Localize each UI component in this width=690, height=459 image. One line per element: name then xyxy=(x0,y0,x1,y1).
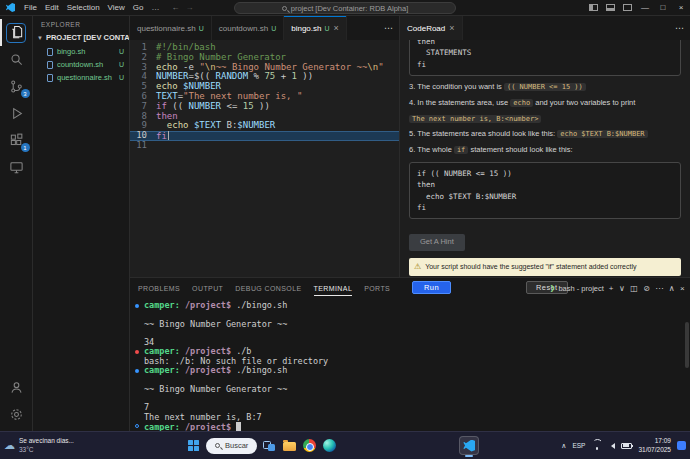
command-center[interactable]: project [Dev Container: RDB Alpha] xyxy=(234,2,456,14)
terminal-icon: ❯ xyxy=(550,284,556,292)
panel-tab-debug-console[interactable]: DEBUG CONSOLE xyxy=(235,281,301,296)
close-button[interactable]: × xyxy=(672,0,690,16)
terminal[interactable]: camper: /project$ ./bingo.sh~~ Bingo Num… xyxy=(130,298,690,431)
menu-file[interactable]: File xyxy=(20,3,41,12)
terminal-line: The next number is, B:7 xyxy=(144,413,682,422)
tray-expand-icon[interactable]: ∧ xyxy=(561,442,566,450)
code-line: 9 echo $TEXT B:$NUMBER xyxy=(130,121,399,131)
notification-badge[interactable] xyxy=(677,441,686,450)
project-section-header[interactable]: ▼ PROJECT [DEV CONTAINER: RDB ALPHA] xyxy=(33,31,129,45)
edge-button[interactable] xyxy=(321,438,337,454)
vscode-taskbar-button-active[interactable] xyxy=(459,436,479,455)
command-decoration xyxy=(135,369,139,373)
toggle-panel-icon[interactable] xyxy=(606,4,615,11)
menu-go[interactable]: Go xyxy=(129,3,148,12)
menu-view[interactable]: View xyxy=(104,3,129,12)
wifi-icon[interactable] xyxy=(591,442,602,450)
customize-layout-icon[interactable] xyxy=(623,4,632,11)
more-actions-icon[interactable]: ⋯ xyxy=(384,23,393,33)
get-hint-button[interactable]: Get A Hint xyxy=(409,234,465,251)
tab-countdown.sh[interactable]: countdown.shU xyxy=(212,16,284,40)
activity-search[interactable] xyxy=(0,46,33,73)
tutorial-step: 4. In the statements area, use echo and … xyxy=(409,98,681,109)
search-icon xyxy=(215,443,220,448)
remote-explorer-icon xyxy=(6,158,26,178)
tutorial-code-block-partial: then STATEMENTS fi xyxy=(409,40,681,76)
windows-taskbar: ☁ Se avecinan dias... 33°C Buscar ∧ ESP xyxy=(0,431,690,459)
account-icon xyxy=(6,378,26,398)
code-line: 10fi xyxy=(130,131,399,141)
menu-edit[interactable]: Edit xyxy=(41,3,63,12)
coderoad-actions: ⋯ xyxy=(669,16,690,40)
clock[interactable]: 17:09 31/07/2025 xyxy=(638,437,671,455)
coderoad-steps: 3. The condition you want is (( NUMBER <… xyxy=(409,82,681,156)
kill-icon[interactable]: ⊘ xyxy=(643,284,650,293)
activity-remote-explorer[interactable] xyxy=(0,154,33,181)
activity-accounts[interactable] xyxy=(0,374,33,401)
terminal-line: camper: /project$ ./bingo.sh xyxy=(144,301,682,310)
chrome-button[interactable] xyxy=(301,438,317,454)
battery-icon[interactable] xyxy=(621,443,632,449)
activity-settings[interactable] xyxy=(0,401,33,428)
tutorial-step: 5. The statements area should look like … xyxy=(409,129,681,140)
dropdown-icon[interactable]: ∨ xyxy=(619,284,625,293)
panel-tab-terminal[interactable]: TERMINAL xyxy=(314,281,353,296)
maximize-button[interactable]: □ xyxy=(654,0,672,16)
terminal-line xyxy=(144,394,682,403)
terminal-scrollbar[interactable] xyxy=(685,322,689,368)
tab-questionnaire.sh[interactable]: questionnaire.shU xyxy=(130,16,212,40)
nav-forward-icon[interactable]: → xyxy=(185,3,193,12)
nav-arrows: ← → xyxy=(171,3,193,12)
start-button[interactable] xyxy=(186,438,202,454)
inline-code: echo $TEXT B:$NUMBER xyxy=(557,130,647,138)
close-icon[interactable]: × xyxy=(334,23,339,33)
terminal-picker[interactable]: ❯ bash - project xyxy=(550,284,604,293)
activity-explorer[interactable] xyxy=(0,19,33,46)
tutorial-code-block-example: if (( NUMBER <= 15 )) then echo $TEXT B:… xyxy=(409,162,681,219)
file-list: bingo.shUcountdown.shUquestionnaire.shU xyxy=(33,45,129,84)
step-text: 6. The whole xyxy=(409,145,454,154)
more-actions-icon[interactable]: ⋯ xyxy=(675,23,684,33)
panel-tab-problems[interactable]: PROBLEMS xyxy=(138,281,180,296)
panel-tab-ports[interactable]: PORTS xyxy=(364,281,390,296)
step-text: statement should look like this: xyxy=(468,145,572,154)
menu-more[interactable]: … xyxy=(147,3,163,12)
editor-actions: ⋯ xyxy=(378,16,399,40)
activity-extensions[interactable]: 1 xyxy=(0,127,33,154)
tab-bingo.sh[interactable]: bingo.shU× xyxy=(284,16,347,40)
file-item[interactable]: bingo.shU xyxy=(33,45,129,58)
volume-icon[interactable] xyxy=(608,443,615,449)
toggle-sidebar-icon[interactable] xyxy=(589,4,598,11)
minimize-button[interactable]: — xyxy=(636,0,654,16)
explorer-icon xyxy=(6,23,26,43)
split-icon[interactable]: ◫ xyxy=(630,284,638,293)
activity-run-debug[interactable] xyxy=(0,100,33,127)
source-control-badge: 3 xyxy=(21,89,30,98)
vscode-window: FileEditSelectionViewGo… ← → project [De… xyxy=(0,0,690,431)
file-item[interactable]: countdown.shU xyxy=(33,58,129,71)
workbench: 3 1 xyxy=(0,16,690,431)
language-indicator[interactable]: ESP xyxy=(572,442,585,449)
more-icon[interactable]: ⋯ xyxy=(655,284,663,293)
run-button[interactable]: Run xyxy=(412,281,451,294)
taskbar-search[interactable]: Buscar xyxy=(206,438,257,454)
weather-widget[interactable]: ☁ Se avecinan dias... 33°C xyxy=(4,437,74,454)
code-editor[interactable]: 1#!/bin/bash2# Bingo Number Generator3ec… xyxy=(130,40,399,277)
coderoad-content: then STATEMENTS fi 3. The condition you … xyxy=(400,40,690,277)
new-terminal-icon[interactable]: + xyxy=(609,284,614,293)
maximize-icon[interactable]: ∧ xyxy=(669,284,675,293)
nav-back-icon[interactable]: ← xyxy=(171,3,179,12)
file-explorer-button[interactable] xyxy=(281,438,297,454)
panel-tab-output[interactable]: OUTPUT xyxy=(192,281,223,296)
close-icon[interactable]: × xyxy=(680,284,685,293)
task-view-button[interactable] xyxy=(261,438,277,454)
screen: FileEditSelectionViewGo… ← → project [De… xyxy=(0,0,690,459)
file-item[interactable]: questionnaire.shU xyxy=(33,71,129,84)
menu-selection[interactable]: Selection xyxy=(63,3,104,12)
tab-coderoad[interactable]: CodeRoad × xyxy=(400,16,463,40)
git-status-badge: U xyxy=(119,61,124,68)
system-tray: ∧ ESP 17:09 31/07/2025 xyxy=(561,437,686,455)
tab-label: questionnaire.sh xyxy=(137,24,196,33)
activity-source-control[interactable]: 3 xyxy=(0,73,33,100)
close-icon[interactable]: × xyxy=(449,23,454,33)
